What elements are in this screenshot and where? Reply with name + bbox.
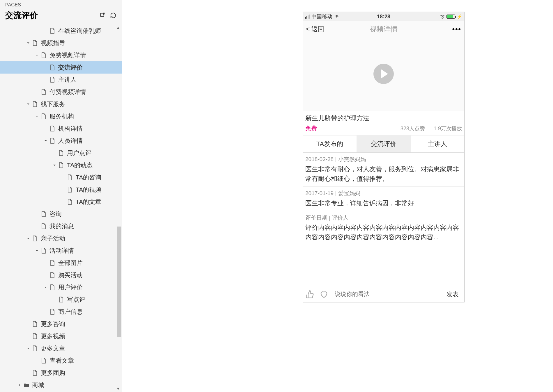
scroll-up-icon[interactable]: ▲ <box>116 25 121 30</box>
page-icon <box>68 174 72 180</box>
review-item[interactable]: 2017-01-19 | 爱宝妈妈医生非常专业，详细告诉病因，非常好 <box>303 187 464 211</box>
caret-down-icon[interactable] <box>26 41 30 45</box>
tree-item[interactable]: 全部图片 <box>0 257 122 269</box>
likes-count: 323人点赞 <box>400 125 425 132</box>
tab[interactable]: 主讲人 <box>410 136 464 152</box>
tree-item[interactable]: 机构详情 <box>0 122 122 135</box>
tree-item[interactable]: TA的视频 <box>0 183 122 196</box>
signal-icon <box>305 15 310 19</box>
page-icon <box>33 370 37 376</box>
tree-item[interactable]: 我的消息 <box>0 220 122 232</box>
back-button[interactable]: < 返回 <box>306 25 324 33</box>
tree-item-label: TA的咨询 <box>76 173 101 181</box>
caret-down-icon[interactable] <box>26 236 30 240</box>
tree-item-label: 主讲人 <box>58 76 77 84</box>
tree-item[interactable]: 更多咨询 <box>0 318 122 330</box>
publish-button[interactable]: 发表 <box>441 290 464 298</box>
tree-item-label: 用户点评 <box>67 149 91 157</box>
reviews-list[interactable]: 2018-02-28 | 小突然妈妈医生非常有耐心，对人友善，服务到位。对病患家… <box>303 153 464 286</box>
tree-item-label: 咨询 <box>49 210 62 218</box>
tree-item-label: 更多文章 <box>41 344 65 352</box>
page-icon <box>59 150 63 156</box>
tree-item[interactable]: 人员详情 <box>0 135 122 147</box>
caret-down-icon[interactable] <box>26 102 30 106</box>
tree-item[interactable]: 亲子活动 <box>0 232 122 245</box>
tab[interactable]: TA发布的 <box>303 136 357 152</box>
tree-item[interactable]: TA的文章 <box>0 196 122 208</box>
tree-item-label: 更多视频 <box>41 332 65 340</box>
more-button[interactable]: ••• <box>452 25 461 33</box>
tree-item[interactable]: TA的咨询 <box>0 171 122 183</box>
tree-item-label: 我的消息 <box>49 222 74 230</box>
tree-item[interactable]: 咨询 <box>0 208 122 220</box>
tree-item[interactable]: 线下服务 <box>0 98 122 110</box>
caret-down-icon[interactable] <box>35 114 39 118</box>
review-text: 医生非常专业，详细告诉病因，非常好 <box>305 198 462 208</box>
scrollbar-thumb[interactable] <box>117 227 121 337</box>
heart-icon[interactable] <box>317 290 331 299</box>
tree-item-label: 免费视频详情 <box>49 51 86 59</box>
thumbs-up-icon[interactable] <box>303 290 317 299</box>
tree-item[interactable]: TA的动态 <box>0 159 122 171</box>
tree-item-label: 写点评 <box>67 295 85 304</box>
tree-item-label: 用户评价 <box>58 283 83 291</box>
tree-item[interactable]: 更多视频 <box>0 330 122 342</box>
navbar: < 返回 视频详情 ••• <box>303 21 464 37</box>
pages-label: PAGES <box>5 2 117 8</box>
sidebar: PAGES 交流评价 在线咨询催乳师视频指导免费视频详情交流评价主讲人付费视频详… <box>0 0 122 392</box>
alarm-icon <box>440 14 445 19</box>
export-icon[interactable] <box>99 12 106 19</box>
tree-item[interactable]: 查看文章 <box>0 354 122 367</box>
page-icon <box>50 138 55 144</box>
review-item[interactable]: 评价日期 | 评价人评价内容内容内容内容内容内容内容内容内容内容内容内容内容内容… <box>303 211 464 245</box>
caret-down-icon[interactable] <box>35 249 39 253</box>
statusbar-time: 18:28 <box>377 14 390 20</box>
tree-item[interactable]: 交流评价 <box>0 61 122 74</box>
tree-item[interactable]: 免费视频详情 <box>0 49 122 61</box>
tree-item[interactable]: 活动详情 <box>0 245 122 257</box>
tree-item-label: 交流评价 <box>58 63 83 72</box>
sidebar-title: 交流评价 <box>5 10 38 21</box>
video-player[interactable] <box>303 37 464 111</box>
tree-item[interactable]: 主讲人 <box>0 74 122 86</box>
tree-item[interactable]: 付费视频详情 <box>0 86 122 98</box>
tree-container[interactable]: 在线咨询催乳师视频指导免费视频详情交流评价主讲人付费视频详情线下服务服务机构机构… <box>0 24 122 392</box>
tree-item-label: 全部图片 <box>58 259 83 267</box>
tree-item-label: 活动详情 <box>49 247 74 255</box>
tree-item[interactable]: 更多团购 <box>0 367 122 379</box>
tree-item-label: 视频指导 <box>41 39 65 47</box>
tree-item[interactable]: 写点评 <box>0 293 122 306</box>
tree-item[interactable]: 用户评价 <box>0 281 122 293</box>
tree-item[interactable]: 服务机构 <box>0 110 122 122</box>
caret-down-icon[interactable] <box>44 285 48 289</box>
page-icon <box>68 199 72 205</box>
page-icon <box>41 223 46 229</box>
tab[interactable]: 交流评价 <box>357 136 410 152</box>
page-icon <box>41 113 46 119</box>
tree-item[interactable]: 商城 <box>0 379 122 391</box>
review-meta: 2017-01-19 | 爱宝妈妈 <box>305 190 462 197</box>
caret-down-icon[interactable] <box>52 163 56 167</box>
page-icon <box>50 260 55 266</box>
free-tag: 免费 <box>305 124 317 132</box>
caret-down-icon[interactable] <box>44 139 48 143</box>
comment-input[interactable] <box>331 286 441 302</box>
caret-right-icon[interactable] <box>17 383 22 387</box>
scroll-down-icon[interactable]: ▼ <box>116 386 121 391</box>
caret-down-icon[interactable] <box>35 53 39 57</box>
tree-item[interactable]: 在线咨询催乳师 <box>0 25 122 37</box>
refresh-icon[interactable] <box>110 12 117 19</box>
tree-item[interactable]: 用户点评 <box>0 147 122 159</box>
tree-item-label: TA的动态 <box>67 161 93 169</box>
tabs: TA发布的交流评价主讲人 <box>303 136 464 153</box>
tree-item-label: 更多团购 <box>41 369 65 377</box>
tree-item[interactable]: 视频指导 <box>0 37 122 49</box>
caret-down-icon[interactable] <box>26 346 30 350</box>
nav-title: 视频详情 <box>370 24 398 34</box>
play-icon[interactable] <box>373 64 394 84</box>
review-item[interactable]: 2018-02-28 | 小突然妈妈医生非常有耐心，对人友善，服务到位。对病患家… <box>303 153 464 187</box>
tree-item[interactable]: 更多文章 <box>0 342 122 354</box>
tree-item[interactable]: 购买活动 <box>0 269 122 281</box>
page-icon <box>50 309 55 315</box>
tree-item[interactable]: 商户信息 <box>0 306 122 318</box>
